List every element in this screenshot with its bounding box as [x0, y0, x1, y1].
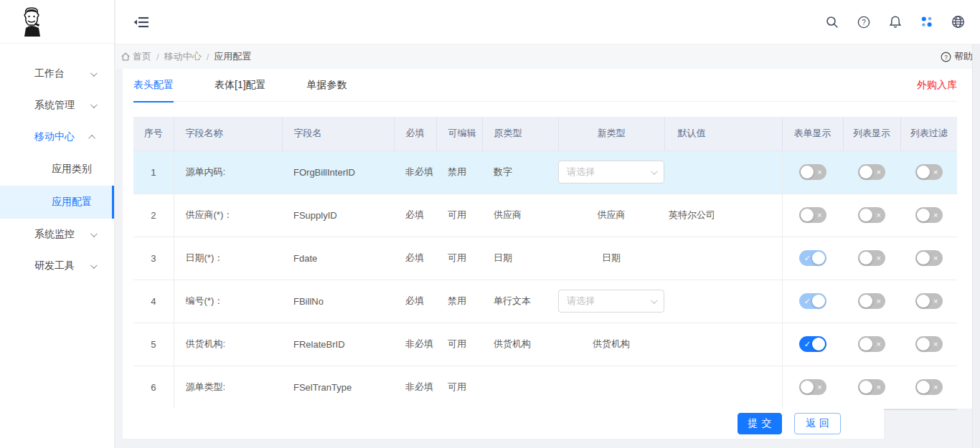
toggle-check-icon: ✓ — [804, 297, 811, 305]
sidebar-item-system-monitor[interactable]: 系统监控 — [0, 219, 114, 250]
seq-cell: 6 — [133, 366, 174, 409]
field-name-cell: FBillNo — [282, 280, 394, 323]
breadcrumb-separator: / — [156, 52, 159, 62]
list-filter-toggle-cell: × — [900, 366, 957, 409]
default-value-cell — [664, 366, 782, 409]
list-filter-toggle[interactable]: × — [915, 379, 943, 395]
back-button[interactable]: 返回 — [794, 413, 841, 434]
select-placeholder: 请选择 — [567, 166, 595, 178]
new-type-cell — [558, 366, 664, 409]
sidebar-item-app-config[interactable]: 应用配置 — [0, 186, 114, 219]
chevron-down-icon — [651, 168, 658, 175]
form-show-toggle[interactable]: ✓ — [799, 336, 826, 352]
table-row[interactable]: 3日期(*)：Fdate必填可用日期日期✓×× — [133, 237, 957, 280]
tab-bill-params[interactable]: 单据参数 — [307, 69, 347, 102]
tab-header-config[interactable]: 表头配置 — [133, 69, 174, 102]
submit-button[interactable]: 提交 — [738, 413, 782, 434]
list-filter-toggle[interactable]: × — [915, 336, 943, 352]
table-row[interactable]: 6源单类型:FSelTranType非必填可用××× — [133, 366, 957, 409]
sidebar-item-label: 工作台 — [34, 67, 65, 80]
tabs-bar: 表头配置 表体[1]配置 单据参数 外购入库 — [133, 69, 957, 102]
tab-label: 表头配置 — [133, 79, 174, 92]
form-show-toggle-cell: ✓ — [782, 237, 843, 280]
list-show-toggle[interactable]: × — [858, 250, 885, 266]
list-show-toggle[interactable]: × — [858, 293, 885, 309]
toggle-cross-icon: × — [877, 168, 881, 176]
table-row[interactable]: 4编号(*)：FBillNo必填禁用单行文本请选择✓×× — [133, 280, 957, 323]
field-label-cell: 编号(*)： — [174, 280, 282, 323]
chevron-down-icon — [90, 230, 98, 237]
table-row[interactable]: 2供应商(*)：FSupplyID必填可用供应商供应商英特尔公司××× — [133, 194, 957, 237]
help-link[interactable]: ? 帮助 — [941, 50, 973, 63]
list-show-toggle-cell: × — [843, 366, 900, 409]
new-type-select[interactable]: 请选择 — [558, 290, 664, 313]
default-value-cell — [664, 323, 782, 366]
menu-fold-icon[interactable] — [133, 16, 149, 29]
required-cell: 必填 — [394, 237, 436, 280]
toggle-knob — [801, 381, 814, 394]
sidebar-item-system-management[interactable]: 系统管理 — [0, 90, 114, 121]
list-show-toggle[interactable]: × — [858, 336, 885, 352]
form-show-toggle[interactable]: × — [799, 379, 826, 395]
form-show-toggle[interactable]: ✓ — [799, 250, 826, 266]
list-filter-toggle-cell: × — [900, 151, 957, 194]
toggle-cross-icon: × — [817, 211, 821, 219]
help-icon[interactable]: ? — [857, 16, 870, 29]
list-filter-toggle[interactable]: × — [915, 250, 943, 266]
field-name-cell: FSelTranType — [282, 366, 394, 409]
sidebar-item-app-category[interactable]: 应用类别 — [0, 153, 114, 186]
toggle-cross-icon: × — [933, 383, 938, 391]
column-header-editable: 可编辑 — [436, 117, 482, 151]
breadcrumb-mobile-center[interactable]: 移动中心 — [164, 50, 202, 63]
default-value-cell: 英特尔公司 — [664, 194, 782, 237]
column-header-list-filter: 列表过滤 — [900, 117, 957, 151]
column-header-required: 必填 — [394, 117, 436, 151]
sidebar-item-workbench[interactable]: 工作台 — [0, 58, 114, 90]
toggle-knob — [917, 252, 930, 264]
form-show-toggle[interactable]: ✓ — [799, 293, 826, 309]
list-filter-toggle[interactable]: × — [915, 164, 943, 180]
table-body: 1源单内码:FOrgBillInterID非必填禁用数字请选择×××2供应商(*… — [133, 151, 957, 409]
new-type-select[interactable]: 请选择 — [558, 161, 664, 184]
field-label-cell: 日期(*)： — [174, 237, 282, 280]
column-header-default-value: 默认值 — [664, 117, 782, 151]
editable-cell: 禁用 — [436, 280, 482, 323]
new-type-cell: 请选择 — [558, 151, 664, 194]
list-filter-toggle[interactable]: × — [915, 207, 943, 223]
bell-icon[interactable] — [889, 15, 902, 29]
tab-body-config[interactable]: 表体[1]配置 — [215, 69, 266, 102]
chevron-down-icon — [90, 101, 98, 108]
list-filter-toggle-cell: × — [900, 194, 957, 237]
seq-cell: 3 — [133, 237, 174, 280]
list-show-toggle[interactable]: × — [858, 207, 885, 223]
list-show-toggle-cell: × — [843, 323, 900, 366]
tab-label: 表体[1]配置 — [215, 79, 266, 92]
toggle-knob — [801, 166, 814, 178]
toggle-knob — [812, 252, 825, 264]
column-header-new-type: 新类型 — [558, 117, 664, 151]
home-icon — [121, 52, 131, 62]
form-show-toggle[interactable]: × — [799, 164, 826, 180]
list-show-toggle[interactable]: × — [858, 379, 885, 395]
new-type-cell: 日期 — [558, 237, 664, 280]
column-header-field-label: 字段名称 — [174, 117, 282, 151]
seq-cell: 4 — [133, 280, 174, 323]
list-filter-toggle-cell: × — [900, 280, 957, 323]
table-row[interactable]: 5供货机构:FRelateBrID非必填可用供货机构供货机构✓×× — [133, 323, 957, 366]
list-filter-toggle[interactable]: × — [915, 293, 943, 309]
vertical-scrollbar[interactable] — [972, 44, 980, 448]
form-show-toggle[interactable]: × — [799, 207, 826, 223]
toggle-check-icon: ✓ — [804, 340, 811, 348]
table-row[interactable]: 1源单内码:FOrgBillInterID非必填禁用数字请选择××× — [133, 151, 957, 194]
sidebar-item-mobile-center[interactable]: 移动中心 — [0, 121, 114, 153]
column-header-form-show: 表单显示 — [782, 117, 843, 151]
new-type-cell: 请选择 — [558, 280, 664, 323]
sidebar-item-dev-tools[interactable]: 研发工具 — [0, 250, 114, 282]
apps-icon[interactable] — [920, 16, 933, 28]
search-icon[interactable] — [826, 16, 839, 29]
list-show-toggle[interactable]: × — [858, 164, 885, 180]
content-card: 表头配置 表体[1]配置 单据参数 外购入库 序号 字段名称 字段名 必填 可编 — [123, 69, 972, 409]
globe-icon[interactable] — [951, 15, 965, 29]
breadcrumb-home[interactable]: 首页 — [121, 50, 151, 63]
orig-type-cell: 日期 — [482, 237, 558, 280]
